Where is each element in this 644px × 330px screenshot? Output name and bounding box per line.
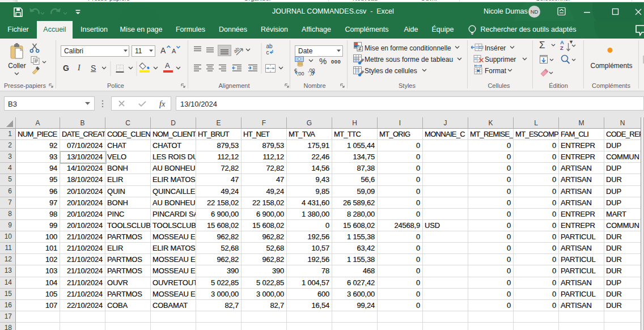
svg-text:fx: fx: [159, 99, 166, 108]
svg-text:ab: ab: [232, 45, 240, 54]
svg-text:c: c: [266, 49, 269, 56]
svg-text:ab: ab: [266, 43, 273, 49]
